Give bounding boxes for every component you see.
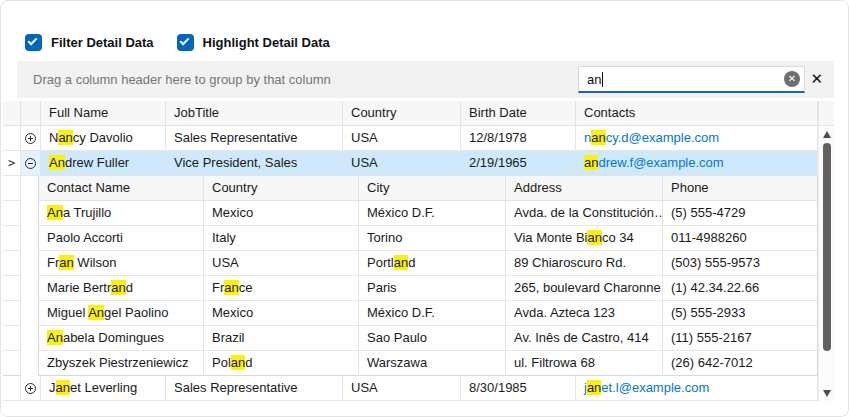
scrollbar-thumb[interactable] [823, 143, 831, 351]
row-indicator-cell [3, 126, 21, 151]
cell: (503) 555-9573 [663, 251, 818, 276]
cell: Paolo Accorti [38, 226, 204, 251]
scroll-down-icon[interactable] [823, 390, 831, 397]
column-header-country[interactable]: Country [343, 101, 461, 126]
cell: 265, boulevard Charonne [506, 276, 663, 301]
cell: 011-4988260 [663, 226, 818, 251]
cell: Fran Wilson [38, 251, 204, 276]
cell: Avda. Azteca 123 [506, 301, 663, 326]
detail-row[interactable]: Miguel Angel PaolinoMexicoMéxico D.F.Avd… [3, 301, 818, 326]
cell: Mexico [204, 201, 359, 226]
collapse-row-button[interactable] [21, 151, 41, 176]
column-header-row: Full NameJobTitleCountryBirth DateContac… [3, 101, 818, 126]
cell: Mexico [204, 301, 359, 326]
scroll-up-icon[interactable] [823, 131, 831, 138]
table-row[interactable]: Janet LeverlingSales RepresentativeUSA8/… [3, 376, 818, 401]
cell: Torino [359, 226, 506, 251]
search-match-highlight: An [88, 305, 104, 320]
vertical-scrollbar[interactable] [818, 101, 834, 402]
cell: Marie Bertrand [38, 276, 204, 301]
cell: 89 Chiaroscuro Rd. [506, 251, 663, 276]
scrollbar-track[interactable] [818, 126, 834, 402]
filter-detail-data-label: Filter Detail Data [51, 35, 154, 50]
column-header-birth-date[interactable]: Birth Date [461, 101, 576, 126]
table-row[interactable]: >Andrew FullerVice President, SalesUSA2/… [3, 151, 818, 176]
cell: (5) 555-2933 [663, 301, 818, 326]
cell: (1) 42.34.22.66 [663, 276, 818, 301]
detail-row[interactable]: Anabela DominguesBrazilSao PauloAv. Inês… [3, 326, 818, 351]
expand-plus-icon[interactable] [25, 383, 36, 394]
clear-search-icon[interactable]: ✕ [784, 71, 800, 87]
highlight-detail-data-checkbox[interactable] [177, 34, 194, 51]
column-header-jobtitle[interactable]: JobTitle [166, 101, 343, 126]
cell: USA [343, 151, 461, 176]
cell: USA [343, 376, 461, 401]
search-match-highlight: An [47, 205, 63, 220]
search-match-highlight: an [584, 155, 598, 170]
cell: USA [343, 126, 461, 151]
detail-row[interactable]: Paolo AccortiItalyTorinoVia Monte Bianco… [3, 226, 818, 251]
cell: Sao Paulo [359, 326, 506, 351]
detail-row[interactable]: Fran WilsonUSAPortland89 Chiaroscuro Rd.… [3, 251, 818, 276]
cell: Poland [204, 351, 359, 376]
cell: (26) 642-7012 [663, 351, 818, 376]
highlight-detail-data-option[interactable]: Highlight Detail Data [177, 34, 330, 51]
cell: (11) 555-2167 [663, 326, 818, 351]
expand-row-button[interactable] [21, 376, 41, 401]
search-input[interactable]: an ✕ [578, 66, 805, 93]
cell: Via Monte Bianco 34 [506, 226, 663, 251]
detail-column-header-contact-name[interactable]: Contact Name [38, 176, 204, 201]
search-match-highlight: an [231, 355, 245, 370]
search-match-highlight: an [587, 230, 601, 245]
detail-row[interactable]: Marie BertrandFranceParis265, boulevard … [3, 276, 818, 301]
detail-column-header-phone[interactable]: Phone [663, 176, 818, 201]
group-panel-hint[interactable]: Drag a column header here to group by th… [33, 72, 331, 87]
cell: Portland [359, 251, 506, 276]
cell: Zbyszek Piestrzeniewicz [38, 351, 204, 376]
column-header-contacts[interactable]: Contacts [576, 101, 818, 126]
search-match-highlight: an [394, 255, 408, 270]
filter-detail-data-checkbox[interactable] [25, 34, 42, 51]
expand-row-button[interactable] [21, 126, 41, 151]
search-match-highlight: An [49, 155, 65, 170]
cell: Janet Leverling [41, 376, 166, 401]
cell: 2/19/1965 [461, 151, 576, 176]
table-row[interactable]: Nancy DavolioSales RepresentativeUSA12/8… [3, 126, 818, 151]
detail-options-toolbar: Filter Detail Data Highlight Detail Data [25, 34, 353, 51]
cell: Vice President, Sales [166, 151, 343, 176]
cell: Nancy Davolio [41, 126, 166, 151]
cell: 12/8/1978 [461, 126, 576, 151]
row-indicator-cell [3, 351, 21, 376]
collapse-minus-icon[interactable] [25, 158, 36, 169]
detail-indent [21, 326, 38, 351]
row-indicator-cell [3, 301, 21, 326]
search-match-highlight: an [111, 280, 125, 295]
row-indicator-cell [3, 376, 21, 401]
email-link-cell[interactable]: nancy.d@example.com [576, 126, 818, 151]
column-header-full-name[interactable]: Full Name [41, 101, 166, 126]
detail-column-header-address[interactable]: Address [506, 176, 663, 201]
detail-column-header-country[interactable]: Country [204, 176, 359, 201]
row-indicator-cell [3, 276, 21, 301]
email-link-cell[interactable]: janet.l@example.com [576, 376, 818, 401]
detail-row[interactable]: Zbyszek PiestrzeniewiczPolandWarszawaul.… [3, 351, 818, 376]
scrollbar-header-stub [818, 101, 834, 126]
email-link-cell[interactable]: andrew.f@example.com [576, 151, 818, 176]
checkmark-icon [179, 36, 189, 46]
expand-column-header [21, 101, 41, 126]
detail-indent [21, 201, 38, 226]
row-indicator-cell [3, 176, 21, 201]
detail-row[interactable]: Ana TrujilloMexicoMéxico D.F.Avda. de la… [3, 201, 818, 226]
close-search-button[interactable]: ✕ [810, 70, 823, 88]
checkmark-icon [28, 36, 38, 46]
search-input-value: an [587, 72, 601, 87]
cell: Avda. de la Constitución… [506, 201, 663, 226]
app-window: Filter Detail Data Highlight Detail Data… [0, 0, 849, 417]
detail-indent [21, 276, 38, 301]
filter-detail-data-option[interactable]: Filter Detail Data [25, 34, 154, 51]
detail-indent [21, 301, 38, 326]
row-indicator-cell [3, 251, 21, 276]
row-indicator-cell [3, 326, 21, 351]
expand-plus-icon[interactable] [25, 133, 36, 144]
detail-column-header-city[interactable]: City [359, 176, 506, 201]
